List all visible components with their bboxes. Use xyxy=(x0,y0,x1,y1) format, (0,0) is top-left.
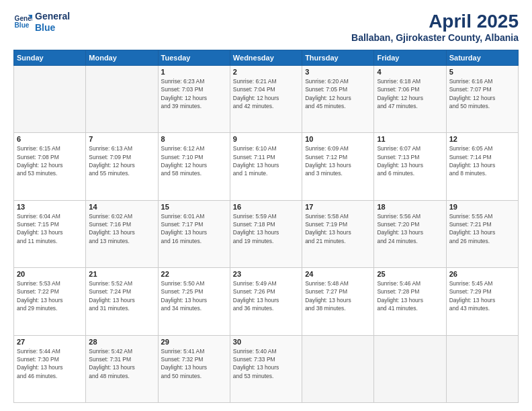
calendar-day-cell: 25Sunrise: 5:46 AM Sunset: 7:28 PM Dayli… xyxy=(374,268,446,335)
day-info: Sunrise: 6:12 AM Sunset: 7:10 PM Dayligh… xyxy=(161,144,227,177)
day-number: 19 xyxy=(449,203,515,211)
weekday-header: Sunday xyxy=(14,50,86,66)
svg-text:Blue: Blue xyxy=(15,21,30,29)
day-number: 3 xyxy=(305,68,371,76)
calendar-week-row: 20Sunrise: 5:53 AM Sunset: 7:22 PM Dayli… xyxy=(14,268,519,335)
calendar-day-cell: 26Sunrise: 5:45 AM Sunset: 7:29 PM Dayli… xyxy=(446,268,518,335)
calendar-week-row: 6Sunrise: 6:15 AM Sunset: 7:08 PM Daylig… xyxy=(14,133,519,200)
day-info: Sunrise: 5:40 AM Sunset: 7:33 PM Dayligh… xyxy=(233,347,299,380)
day-info: Sunrise: 5:59 AM Sunset: 7:18 PM Dayligh… xyxy=(233,212,299,245)
day-info: Sunrise: 6:18 AM Sunset: 7:06 PM Dayligh… xyxy=(377,77,443,110)
day-number: 28 xyxy=(89,338,154,346)
logo-blue: Blue xyxy=(35,22,70,34)
day-number: 18 xyxy=(377,203,443,211)
day-number: 11 xyxy=(377,135,443,143)
day-info: Sunrise: 6:05 AM Sunset: 7:14 PM Dayligh… xyxy=(449,144,515,177)
calendar-day-cell: 10Sunrise: 6:09 AM Sunset: 7:12 PM Dayli… xyxy=(302,133,374,200)
calendar-day-cell: 3Sunrise: 6:20 AM Sunset: 7:05 PM Daylig… xyxy=(302,66,374,133)
day-number: 14 xyxy=(89,203,154,211)
calendar-day-cell: 9Sunrise: 6:10 AM Sunset: 7:11 PM Daylig… xyxy=(230,133,302,200)
calendar-day-cell: 30Sunrise: 5:40 AM Sunset: 7:33 PM Dayli… xyxy=(230,335,302,402)
day-number: 8 xyxy=(161,135,227,143)
calendar-week-row: 1Sunrise: 6:23 AM Sunset: 7:03 PM Daylig… xyxy=(14,66,519,133)
day-number: 1 xyxy=(161,68,227,76)
day-number: 23 xyxy=(233,270,299,278)
logo-icon: General Blue xyxy=(13,13,32,32)
day-number: 25 xyxy=(377,270,443,278)
calendar-day-cell: 6Sunrise: 6:15 AM Sunset: 7:08 PM Daylig… xyxy=(14,133,86,200)
calendar-week-row: 27Sunrise: 5:44 AM Sunset: 7:30 PM Dayli… xyxy=(14,335,519,402)
day-info: Sunrise: 6:01 AM Sunset: 7:17 PM Dayligh… xyxy=(161,212,227,245)
calendar-day-cell: 15Sunrise: 6:01 AM Sunset: 7:17 PM Dayli… xyxy=(158,200,230,267)
day-info: Sunrise: 5:46 AM Sunset: 7:28 PM Dayligh… xyxy=(377,279,443,312)
day-number: 17 xyxy=(305,203,371,211)
page: General Blue General Blue April 2025 Bal… xyxy=(0,0,532,411)
calendar-day-cell: 2Sunrise: 6:21 AM Sunset: 7:04 PM Daylig… xyxy=(230,66,302,133)
day-info: Sunrise: 6:15 AM Sunset: 7:08 PM Dayligh… xyxy=(17,144,83,177)
day-info: Sunrise: 6:02 AM Sunset: 7:16 PM Dayligh… xyxy=(89,212,154,245)
weekday-header: Friday xyxy=(374,50,446,66)
calendar-day-cell: 12Sunrise: 6:05 AM Sunset: 7:14 PM Dayli… xyxy=(446,133,518,200)
logo-general: General xyxy=(35,11,70,22)
calendar-day-cell: 16Sunrise: 5:59 AM Sunset: 7:18 PM Dayli… xyxy=(230,200,302,267)
calendar-day-cell: 11Sunrise: 6:07 AM Sunset: 7:13 PM Dayli… xyxy=(374,133,446,200)
calendar-day-cell: 29Sunrise: 5:41 AM Sunset: 7:32 PM Dayli… xyxy=(158,335,230,402)
logo: General Blue General Blue xyxy=(13,11,70,34)
day-info: Sunrise: 6:21 AM Sunset: 7:04 PM Dayligh… xyxy=(233,77,299,110)
day-info: Sunrise: 6:07 AM Sunset: 7:13 PM Dayligh… xyxy=(377,144,443,177)
day-info: Sunrise: 5:52 AM Sunset: 7:24 PM Dayligh… xyxy=(89,279,154,312)
weekday-header: Monday xyxy=(86,50,158,66)
day-number: 10 xyxy=(305,135,371,143)
calendar-day-cell xyxy=(374,335,446,402)
calendar-day-cell: 8Sunrise: 6:12 AM Sunset: 7:10 PM Daylig… xyxy=(158,133,230,200)
day-number: 15 xyxy=(161,203,227,211)
calendar-day-cell: 5Sunrise: 6:16 AM Sunset: 7:07 PM Daylig… xyxy=(446,66,518,133)
day-number: 27 xyxy=(17,338,83,346)
calendar-day-cell: 7Sunrise: 6:13 AM Sunset: 7:09 PM Daylig… xyxy=(86,133,158,200)
weekday-header: Thursday xyxy=(302,50,374,66)
calendar-day-cell: 1Sunrise: 6:23 AM Sunset: 7:03 PM Daylig… xyxy=(158,66,230,133)
weekday-header: Saturday xyxy=(446,50,518,66)
day-number: 29 xyxy=(161,338,227,346)
calendar-day-cell: 20Sunrise: 5:53 AM Sunset: 7:22 PM Dayli… xyxy=(14,268,86,335)
day-number: 30 xyxy=(233,338,299,346)
day-number: 20 xyxy=(17,270,83,278)
day-info: Sunrise: 6:16 AM Sunset: 7:07 PM Dayligh… xyxy=(449,77,515,110)
calendar-week-row: 13Sunrise: 6:04 AM Sunset: 7:15 PM Dayli… xyxy=(14,200,519,267)
day-info: Sunrise: 6:10 AM Sunset: 7:11 PM Dayligh… xyxy=(233,144,299,177)
calendar-day-cell: 14Sunrise: 6:02 AM Sunset: 7:16 PM Dayli… xyxy=(86,200,158,267)
day-number: 4 xyxy=(377,68,443,76)
day-info: Sunrise: 6:04 AM Sunset: 7:15 PM Dayligh… xyxy=(17,212,83,245)
calendar-day-cell: 21Sunrise: 5:52 AM Sunset: 7:24 PM Dayli… xyxy=(86,268,158,335)
day-number: 24 xyxy=(305,270,371,278)
weekday-header: Wednesday xyxy=(230,50,302,66)
day-number: 7 xyxy=(89,135,154,143)
day-number: 16 xyxy=(233,203,299,211)
day-info: Sunrise: 5:42 AM Sunset: 7:31 PM Dayligh… xyxy=(89,347,154,380)
calendar-day-cell xyxy=(302,335,374,402)
day-info: Sunrise: 5:45 AM Sunset: 7:29 PM Dayligh… xyxy=(449,279,515,312)
calendar-day-cell xyxy=(446,335,518,402)
calendar-day-cell: 18Sunrise: 5:56 AM Sunset: 7:20 PM Dayli… xyxy=(374,200,446,267)
day-info: Sunrise: 6:23 AM Sunset: 7:03 PM Dayligh… xyxy=(161,77,227,110)
day-info: Sunrise: 5:53 AM Sunset: 7:22 PM Dayligh… xyxy=(17,279,83,312)
calendar-day-cell: 23Sunrise: 5:49 AM Sunset: 7:26 PM Dayli… xyxy=(230,268,302,335)
calendar-day-cell xyxy=(86,66,158,133)
day-number: 2 xyxy=(233,68,299,76)
calendar-day-cell: 4Sunrise: 6:18 AM Sunset: 7:06 PM Daylig… xyxy=(374,66,446,133)
calendar-day-cell: 13Sunrise: 6:04 AM Sunset: 7:15 PM Dayli… xyxy=(14,200,86,267)
day-info: Sunrise: 5:44 AM Sunset: 7:30 PM Dayligh… xyxy=(17,347,83,380)
day-info: Sunrise: 5:56 AM Sunset: 7:20 PM Dayligh… xyxy=(377,212,443,245)
header: General Blue General Blue April 2025 Bal… xyxy=(13,11,519,43)
day-info: Sunrise: 5:55 AM Sunset: 7:21 PM Dayligh… xyxy=(449,212,515,245)
title-block: April 2025 Ballaban, Gjirokaster County,… xyxy=(351,11,519,43)
calendar-day-cell: 24Sunrise: 5:48 AM Sunset: 7:27 PM Dayli… xyxy=(302,268,374,335)
day-info: Sunrise: 5:48 AM Sunset: 7:27 PM Dayligh… xyxy=(305,279,371,312)
day-number: 26 xyxy=(449,270,515,278)
calendar-day-cell xyxy=(14,66,86,133)
day-number: 6 xyxy=(17,135,83,143)
calendar-day-cell: 28Sunrise: 5:42 AM Sunset: 7:31 PM Dayli… xyxy=(86,335,158,402)
main-title: April 2025 xyxy=(351,11,519,32)
calendar-day-cell: 19Sunrise: 5:55 AM Sunset: 7:21 PM Dayli… xyxy=(446,200,518,267)
weekday-header: Tuesday xyxy=(158,50,230,66)
